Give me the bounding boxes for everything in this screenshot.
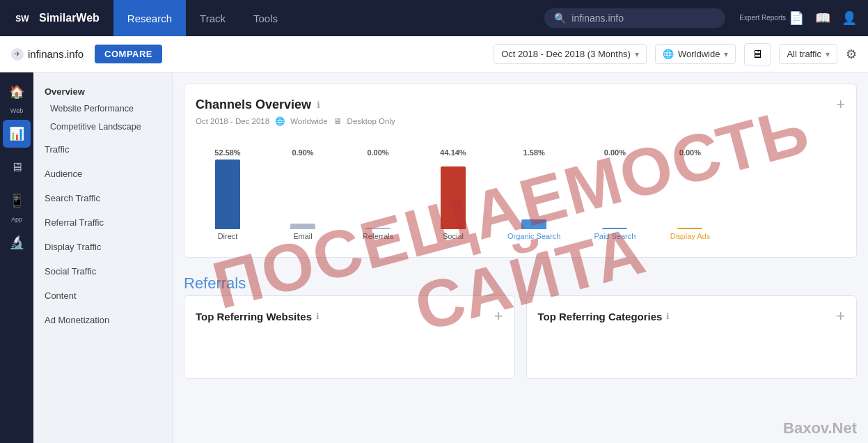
card-date: Oct 2018 - Dec 2018 — [196, 117, 269, 125]
chart-column: 0.90%Email — [282, 148, 324, 240]
chart-bar[interactable] — [290, 224, 315, 229]
chart-bar[interactable] — [441, 166, 466, 229]
card-region-icon: 🌐 — [275, 116, 285, 126]
chart-pct-label: 0.00% — [604, 148, 626, 157]
chart-pct-label: 0.00% — [679, 148, 701, 157]
nav-item-audience[interactable]: Audience — [33, 163, 172, 185]
nav-item-referral-traffic[interactable]: Referral Traffic — [33, 212, 172, 233]
nav-track[interactable]: Track — [186, 0, 239, 36]
icon-sidebar: 🏠 Web 📊 🖥 📱 App 🔬 — [0, 72, 33, 443]
nav-item-content[interactable]: Content — [33, 285, 172, 306]
referrals-section-label: Referrals — [184, 269, 857, 295]
nav-section-content: Content — [33, 285, 172, 306]
chart-pct-label: 0.00% — [367, 148, 388, 157]
channels-chart: 52.58%Direct0.90%Email0.00%Referrals44.1… — [196, 134, 845, 246]
chart-bar-label: Email — [293, 232, 313, 240]
chart-bar-label: Paid Search — [594, 232, 636, 240]
chart-pct-label: 52.58% — [214, 148, 240, 157]
globe-icon: 🌐 — [663, 49, 674, 59]
chart-pct-label: 1.58% — [523, 148, 545, 157]
chart-column: 0.00%Referrals — [357, 148, 399, 240]
chart-bar-label: Direct — [218, 232, 238, 240]
chart-bar-label: Organic Search — [507, 232, 560, 240]
nav-section-traffic: Traffic — [33, 139, 172, 160]
chart-bar[interactable] — [521, 219, 546, 229]
sidebar-icon-app[interactable]: 📱 — [3, 187, 31, 215]
search-icon: 🔍 — [554, 13, 566, 24]
region-selector[interactable]: 🌐 Worldwide ▾ — [655, 44, 736, 64]
sidebar-label-web: Web — [10, 107, 23, 114]
icon-sidebar-group-app: 📱 App — [3, 187, 31, 223]
nav-item-website-performance[interactable]: Website Performance — [33, 100, 172, 118]
info-icon[interactable]: ℹ — [317, 100, 320, 110]
device-icon-btn[interactable]: 🖥 — [744, 43, 771, 65]
global-search[interactable]: 🔍 infinans.info — [544, 8, 725, 28]
filter-settings-icon[interactable]: ⚙ — [846, 47, 857, 62]
chart-bar-wrap — [441, 160, 466, 229]
date-range-value: Oct 2018 - Dec 2018 (3 Months) — [501, 49, 631, 59]
info-icon-referring[interactable]: ℹ — [316, 311, 319, 321]
chart-bar[interactable] — [215, 160, 240, 229]
nav-item-ad-monetization[interactable]: Ad Monetization — [33, 309, 172, 331]
expert-label: Expert Reports — [739, 14, 786, 22]
info-icon-categories[interactable]: ℹ — [666, 311, 670, 321]
nav-item-social-traffic[interactable]: Social Traffic — [33, 261, 172, 282]
chart-bar[interactable] — [602, 228, 627, 229]
chart-column: 0.00%Display Ads — [669, 148, 711, 240]
book-icon[interactable]: 📖 — [815, 10, 830, 26]
nav-research[interactable]: Research — [113, 0, 186, 36]
sidebar-icon-tools[interactable]: 🔬 — [3, 228, 31, 256]
sidebar-label-app: App — [11, 216, 22, 223]
main-layout: 🏠 Web 📊 🖥 📱 App 🔬 Overview Website Perfo… — [0, 72, 868, 443]
chart-bar[interactable] — [365, 228, 390, 229]
nav-icons-group: Expert Reports 📄 📖 👤 — [739, 10, 857, 26]
chart-bar[interactable] — [677, 228, 702, 229]
top-referring-categories-card: Top Referring Categories ℹ + — [526, 295, 858, 379]
chart-column: 1.58%Organic Search — [507, 148, 560, 240]
nav-item-traffic[interactable]: Traffic — [33, 139, 172, 160]
nav-tools[interactable]: Tools — [239, 0, 292, 36]
nav-section-display-traffic: Display Traffic — [33, 236, 172, 258]
chart-column: 44.14%Social — [432, 148, 474, 240]
nav-item-competitive-landscape[interactable]: Competitive Landscape — [33, 118, 172, 136]
region-value: Worldwide — [678, 49, 720, 59]
top-referring-websites-title: Top Referring Websites — [196, 311, 312, 322]
icon-sidebar-group-research: 📊 — [3, 120, 31, 148]
chart-bar-label: Referrals — [363, 232, 394, 240]
chevron-down-icon-traffic: ▾ — [826, 49, 830, 59]
icon-sidebar-group-home: 🏠 Web — [3, 78, 31, 114]
baxov-watermark: Baxov.Net — [783, 419, 857, 437]
similarweb-logo-icon: SW — [11, 7, 33, 29]
compare-button[interactable]: COMPARE — [95, 45, 162, 63]
nav-section-audience: Audience — [33, 163, 172, 185]
icon-sidebar-group-monitor: 🖥 — [3, 153, 31, 181]
user-icon[interactable]: 👤 — [842, 10, 857, 26]
top-referring-websites-card: Top Referring Websites ℹ + — [184, 295, 515, 379]
sidebar-icon-home[interactable]: 🏠 — [3, 78, 31, 106]
logo[interactable]: SW SimilarWeb — [11, 7, 100, 29]
brand-name: SimilarWeb — [39, 12, 100, 24]
site-pill: ✈ infinans.info — [11, 48, 84, 61]
add-button[interactable]: + — [836, 95, 845, 114]
expert-reports-link[interactable]: Expert Reports 📄 — [739, 10, 804, 26]
add-button-referring[interactable]: + — [494, 307, 503, 325]
device-icon: 🖥 — [752, 48, 763, 61]
card-device: Desktop Only — [347, 117, 395, 125]
nav-item-search-traffic[interactable]: Search Traffic — [33, 187, 172, 209]
chart-bar-wrap — [521, 160, 546, 229]
chart-column: 52.58%Direct — [207, 148, 248, 240]
chart-bar-wrap — [365, 160, 390, 229]
date-range-selector[interactable]: Oct 2018 - Dec 2018 (3 Months) ▾ — [494, 44, 647, 64]
chart-bar-label: Social — [443, 232, 464, 240]
sub-nav-filters: Oct 2018 - Dec 2018 (3 Months) ▾ 🌐 World… — [494, 43, 857, 65]
card-region: Worldwide — [290, 117, 327, 125]
search-input[interactable]: infinans.info — [571, 13, 711, 24]
sidebar-icon-monitor[interactable]: 🖥 — [3, 153, 31, 181]
nav-section-title-overview: Overview — [33, 81, 172, 100]
card-info: Oct 2018 - Dec 2018 🌐 Worldwide 🖥 Deskto… — [196, 116, 845, 126]
add-button-categories[interactable]: + — [836, 307, 845, 325]
nav-item-display-traffic[interactable]: Display Traffic — [33, 236, 172, 258]
traffic-type-selector[interactable]: All traffic ▾ — [779, 44, 837, 64]
sidebar-icon-research[interactable]: 📊 — [3, 120, 31, 148]
chart-pct-label: 0.90% — [292, 148, 313, 157]
